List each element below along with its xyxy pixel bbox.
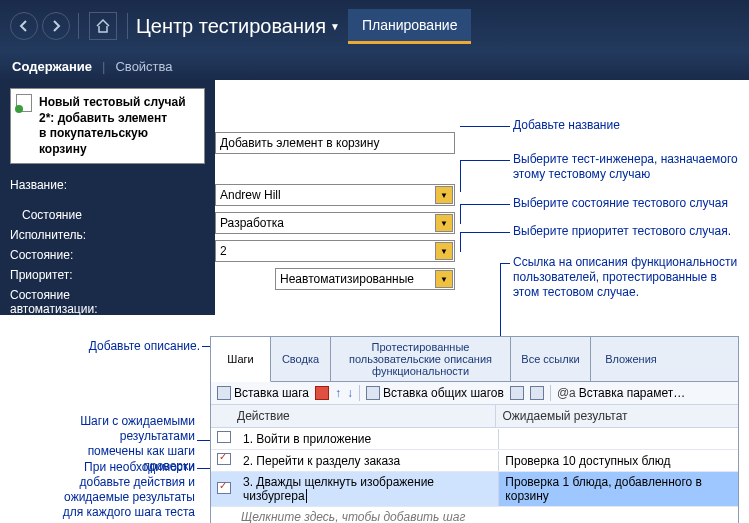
table-row[interactable]: 1. Войти в приложение (211, 428, 738, 450)
assignee-value: Andrew Hill (220, 188, 281, 202)
name-input[interactable] (215, 132, 455, 154)
insert-shared-button[interactable]: Вставка общих шагов (366, 386, 504, 400)
app-title-text: Центр тестирования (136, 15, 326, 38)
delete-icon[interactable] (315, 386, 329, 400)
tab-steps[interactable]: Шаги (211, 337, 271, 382)
priority-label: Приоритет: (10, 268, 142, 282)
tool-icon-1[interactable] (510, 386, 524, 400)
insert-step-icon (217, 386, 231, 400)
tab-tested-stories[interactable]: Протестированные пользовательские описан… (331, 337, 511, 381)
insert-param-button[interactable]: @a Вставка парамет… (557, 386, 685, 400)
name-label: Название: (10, 178, 70, 192)
chevron-down-icon: ▼ (435, 242, 453, 260)
insert-step-button[interactable]: Вставка шага (217, 386, 309, 400)
testcase-title-line2: в покупательскую корзину (39, 126, 196, 157)
assignee-dropdown[interactable]: Andrew Hill ▼ (215, 184, 455, 206)
testcase-title-line1: Новый тестовый случай 2*: добавить элеме… (39, 95, 196, 126)
chevron-down-icon: ▼ (435, 214, 453, 232)
state-dropdown[interactable]: Разработка ▼ (215, 212, 455, 234)
chevron-down-icon: ▼ (435, 270, 453, 288)
tab-attachments[interactable]: Вложения (591, 337, 671, 381)
check-step-icon (217, 453, 231, 465)
state-group-label: Состояние (16, 206, 88, 224)
chevron-down-icon: ▼ (435, 186, 453, 204)
callout-add-desc: Добавьте описание. (80, 339, 200, 354)
autostate-dropdown[interactable]: Неавтоматизированные ▼ (275, 268, 455, 290)
priority-value: 2 (220, 244, 227, 258)
subtab-properties[interactable]: Свойства (115, 59, 172, 74)
priority-dropdown[interactable]: 2 ▼ (215, 240, 455, 262)
assignee-label: Исполнитель: (10, 228, 142, 242)
chevron-down-icon: ▼ (330, 21, 340, 32)
at-icon: @a (557, 386, 576, 400)
forward-button[interactable] (42, 12, 70, 40)
callout-state: Выберите состояние тестового случая (513, 196, 728, 211)
insert-shared-icon (366, 386, 380, 400)
move-up-icon[interactable]: ↑ (335, 386, 341, 400)
state-label: Состояние: (10, 248, 142, 262)
col-action: Действие (231, 405, 496, 427)
col-expected: Ожидаемый результат (496, 405, 738, 427)
callout-priority: Выберите приоритет тестового случая. (513, 224, 731, 239)
back-button[interactable] (10, 12, 38, 40)
callout-func: Ссылка на описания функциональности поль… (513, 255, 738, 300)
autostate-label: Состояние автоматизации: (10, 288, 142, 316)
tab-all-links[interactable]: Все ссылки (511, 337, 591, 381)
tab-planning[interactable]: Планирование (348, 9, 472, 44)
tool-icon-2[interactable] (530, 386, 544, 400)
move-down-icon[interactable]: ↓ (347, 386, 353, 400)
table-row[interactable]: 3. Дважды щелкнуть изображение чизбургер… (211, 472, 738, 507)
callout-add-actions: При необходимости добавьте действия и ож… (50, 460, 195, 520)
document-icon (16, 94, 32, 112)
autostate-value: Неавтоматизированные (280, 272, 414, 286)
callout-add-title: Добавьте название (513, 118, 620, 133)
subtab-content[interactable]: Содержание (12, 59, 92, 74)
app-title[interactable]: Центр тестирования ▼ (136, 15, 340, 38)
testcase-title-box: Новый тестовый случай 2*: добавить элеме… (10, 88, 205, 164)
steps-panel: Шаги Сводка Протестированные пользовател… (210, 336, 739, 523)
step-icon (217, 431, 231, 443)
table-row[interactable]: 2. Перейти к разделу заказа Проверка 10 … (211, 450, 738, 472)
home-button[interactable] (89, 12, 117, 40)
tab-summary[interactable]: Сводка (271, 337, 331, 381)
state-value: Разработка (220, 216, 284, 230)
callout-engineer: Выберите тест-инженера, назначаемого это… (513, 152, 738, 182)
check-step-icon (217, 482, 231, 494)
add-step-hint[interactable]: Щелкните здесь, чтобы добавить шаг (211, 507, 738, 523)
separator: | (102, 59, 105, 74)
